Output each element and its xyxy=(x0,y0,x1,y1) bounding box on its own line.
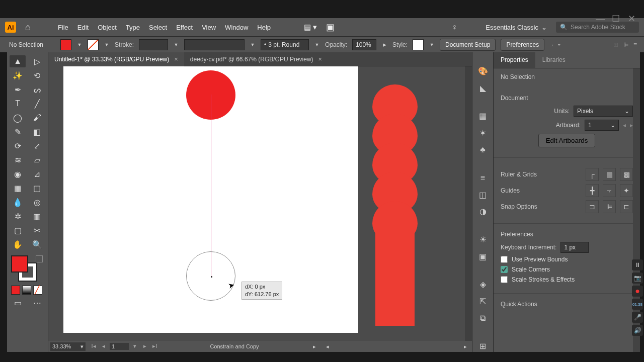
curvature-tool[interactable]: ᔕ xyxy=(29,83,45,96)
tab-libraries[interactable]: Libraries xyxy=(535,52,573,68)
blend-tool[interactable]: ◎ xyxy=(29,196,45,208)
keyboard-increment-input[interactable] xyxy=(560,242,589,253)
use-preview-bounds-checkbox[interactable]: Use Preview Bounds xyxy=(501,256,633,263)
prev-artboard-icon[interactable]: ◂ xyxy=(100,343,108,350)
scroll-right-icon[interactable]: ▸ xyxy=(461,343,470,350)
layers-panel-icon[interactable]: ◈ xyxy=(477,279,489,291)
transparency-panel-icon[interactable]: ◑ xyxy=(477,206,489,218)
gradient-panel-icon[interactable]: ◫ xyxy=(477,189,489,201)
tab-deedy[interactable]: deedy-cv.pdf* @ 66.67% (RGB/GPU Preview)… xyxy=(184,52,328,66)
menu-file[interactable]: File xyxy=(58,24,68,31)
mesh-tool[interactable]: ▦ xyxy=(10,182,26,194)
edit-toolbar[interactable]: ⋯ xyxy=(29,297,45,309)
swatches-panel-icon[interactable]: ▦ xyxy=(477,110,489,122)
perspective-tool[interactable]: ⊿ xyxy=(29,168,45,180)
preferences-button[interactable]: Preferences xyxy=(501,39,544,51)
gradient-mode[interactable] xyxy=(22,286,31,295)
menu-object[interactable]: Object xyxy=(98,24,117,31)
smart-guides-icon[interactable]: ✦ xyxy=(620,184,633,197)
grid-icon[interactable]: ▦ xyxy=(603,168,616,181)
units-select[interactable]: Pixels⌄ xyxy=(574,106,633,117)
fill-stroke-control[interactable] xyxy=(11,255,45,284)
artboard-1[interactable]: ➤ dX: 0 px dY: 612.76 px xyxy=(63,66,358,333)
direct-selection-tool[interactable]: ▷ xyxy=(29,55,45,67)
scroll-left-icon[interactable]: ◂ xyxy=(323,343,332,350)
menu-icon[interactable]: ≡ xyxy=(633,41,637,48)
stroke-swatch[interactable] xyxy=(88,39,99,50)
first-artboard-icon[interactable]: I◂ xyxy=(90,343,98,350)
eyedropper-tool[interactable]: 💧 xyxy=(10,196,26,208)
color-panel-icon[interactable]: 🎨 xyxy=(477,65,489,77)
style-swatch[interactable] xyxy=(413,39,424,50)
ellipse-tool[interactable]: ◯ xyxy=(10,112,26,124)
lasso-tool[interactable]: ⟲ xyxy=(29,69,45,81)
maximize-button[interactable]: ☐ xyxy=(612,15,619,22)
pencil-tool[interactable]: ✎ xyxy=(10,126,26,138)
scale-strokes-checkbox[interactable]: Scale Strokes & Effects xyxy=(501,276,633,283)
type-tool[interactable]: T xyxy=(10,98,26,110)
edit-artboards-button[interactable]: Edit Artboards xyxy=(538,134,596,147)
tab-untitled[interactable]: Untitled-1* @ 33.33% (RGB/GPU Preview) × xyxy=(48,52,184,66)
scale-tool[interactable]: ⤢ xyxy=(29,140,45,152)
zoom-level[interactable]: 33.33% ▾ xyxy=(50,342,86,351)
menu-effect[interactable]: Effect xyxy=(176,24,193,31)
home-icon[interactable]: ⌂ xyxy=(25,22,31,33)
slice-tool[interactable]: ✂ xyxy=(29,224,45,236)
menu-view[interactable]: View xyxy=(202,24,216,31)
appearance-panel-icon[interactable]: ☀ xyxy=(477,234,489,246)
fill-dropdown[interactable]: ▼ xyxy=(76,40,83,50)
tab-properties[interactable]: Properties xyxy=(494,52,535,68)
show-guides-icon[interactable]: ╋ xyxy=(586,184,599,197)
snap-grid-icon[interactable]: ⊏ xyxy=(620,200,633,213)
stroke-weight-input[interactable] xyxy=(139,39,168,50)
menu-type[interactable]: Type xyxy=(126,24,140,31)
pause-icon[interactable]: ⏸ xyxy=(632,259,643,270)
lock-guides-icon[interactable]: ⫟ xyxy=(603,184,616,197)
opacity-more[interactable]: ▶ xyxy=(381,40,387,50)
artboards-panel-icon[interactable]: ⧉ xyxy=(477,312,489,324)
workspace-switcher[interactable]: Essentials Classic⌄ xyxy=(486,24,547,31)
artboard-number[interactable]: 1 xyxy=(110,343,129,350)
stroke-dropdown[interactable]: ▼ xyxy=(104,40,110,50)
arrange-docs-icon[interactable]: ▤ ▾ xyxy=(304,23,317,32)
symbol-sprayer-tool[interactable]: ✲ xyxy=(10,210,26,222)
color-guide-panel-icon[interactable]: ◣ xyxy=(477,82,489,95)
align-panel-icon[interactable]: ⊞ xyxy=(477,340,489,352)
record-icon[interactable]: ● xyxy=(632,286,643,297)
rotate-tool[interactable]: ⟳ xyxy=(10,140,26,152)
document-setup-button[interactable]: Document Setup xyxy=(440,39,496,51)
speaker-icon[interactable]: 🔊 xyxy=(632,325,643,336)
gpu-icon[interactable]: ▣ xyxy=(326,22,335,33)
snap-point-icon[interactable]: ⊫ xyxy=(603,200,616,213)
gradient-tool[interactable]: ◫ xyxy=(29,182,45,194)
scale-corners-checkbox[interactable]: Scale Corners xyxy=(501,266,633,273)
brush-select[interactable]: • 3 pt. Round xyxy=(261,39,309,50)
snap-pixel-icon[interactable]: ⊐ xyxy=(586,200,599,213)
brushes-panel-icon[interactable]: ✶ xyxy=(477,127,489,139)
paintbrush-tool[interactable]: 🖌 xyxy=(29,112,45,124)
line-tool[interactable]: ╱ xyxy=(29,98,45,110)
selection-tool[interactable]: ▲ xyxy=(10,55,26,67)
stroke-panel-icon[interactable]: ≡ xyxy=(477,172,489,184)
mic-icon[interactable]: 🎤 xyxy=(632,312,643,323)
isolate-icon[interactable]: ⊫ xyxy=(623,41,628,48)
color-mode[interactable] xyxy=(11,286,20,295)
align-icon[interactable]: ⫠ ▾ xyxy=(549,41,560,48)
column-graph-tool[interactable]: ▥ xyxy=(29,210,45,222)
menu-window[interactable]: Window xyxy=(225,24,248,31)
none-mode[interactable]: ╱ xyxy=(33,286,42,295)
shape-builder-tool[interactable]: ◉ xyxy=(10,168,26,180)
opacity-input[interactable] xyxy=(352,39,376,50)
transparency-grid-icon[interactable]: ▩ xyxy=(620,168,633,181)
learn-icon[interactable]: ♀ xyxy=(451,23,457,32)
compound-red-shape[interactable] xyxy=(372,84,418,326)
close-tab-icon[interactable]: × xyxy=(318,55,323,63)
artboard-select[interactable]: 1⌄ xyxy=(585,120,619,131)
minimize-button[interactable]: — xyxy=(596,15,603,22)
fill-swatch[interactable] xyxy=(60,39,71,50)
prev-artboard-icon[interactable]: ◂ xyxy=(623,122,626,129)
next-artboard-icon[interactable]: ▸ xyxy=(141,343,149,350)
graphic-styles-panel-icon[interactable]: ▣ xyxy=(477,250,489,262)
close-button[interactable]: ✕ xyxy=(628,15,635,22)
menu-help[interactable]: Help xyxy=(257,24,271,31)
